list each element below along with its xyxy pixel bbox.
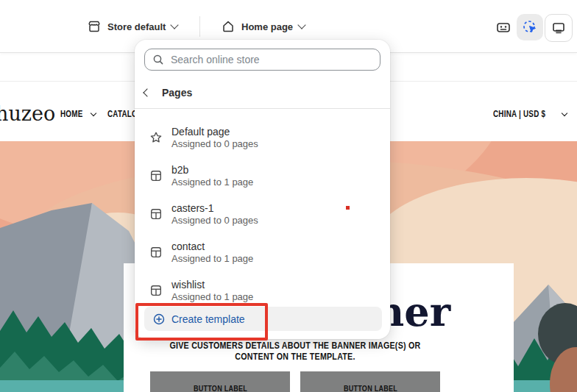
banner-button-2[interactable]: BUTTON LABEL (300, 371, 440, 392)
search-field[interactable] (144, 49, 380, 71)
chevron-down-icon (171, 21, 179, 29)
back-chevron-icon[interactable] (143, 88, 151, 96)
theme-editor-screen: huzeo HOME CATALOG CHINA | USD $ (0, 0, 577, 392)
mobile-preview-button[interactable] (573, 14, 577, 40)
desktop-preview-icon (551, 20, 567, 36)
chevron-down-icon (91, 110, 96, 116)
circle-plus-icon (152, 313, 166, 326)
popover-divider (135, 108, 390, 109)
inspect-element-button[interactable] (517, 14, 543, 40)
template-icon (149, 246, 163, 259)
page-selector-label: Home page (241, 21, 293, 32)
inspect-icon (522, 19, 538, 35)
toolbar-divider (199, 16, 200, 37)
page-selector-button[interactable]: Home page (216, 15, 309, 38)
locale-label: CHINA | USD $ (493, 109, 545, 119)
template-item-wishlist[interactable]: wishlist Assigned to 1 page (141, 274, 384, 307)
chevron-down-icon (562, 110, 567, 116)
click-indicator-dot (346, 206, 350, 210)
locale-selector[interactable]: CHINA | USD $ (493, 109, 567, 119)
create-template-button[interactable]: Create template (144, 307, 382, 331)
template-item-b2b[interactable]: b2b Assigned to 1 page (141, 159, 384, 193)
search-icon (152, 54, 164, 65)
star-icon (149, 131, 163, 144)
template-item-casters-1[interactable]: casters-1 Assigned to 0 pages (141, 197, 384, 231)
desktop-preview-button[interactable] (545, 14, 573, 42)
template-icon (149, 207, 163, 221)
template-icon (149, 169, 163, 182)
template-item-default-page[interactable]: Default page Assigned to 0 pages (141, 121, 384, 154)
storefront-icon (87, 19, 102, 34)
chevron-down-icon (297, 21, 305, 29)
create-template-label: Create template (171, 313, 245, 325)
store-logo[interactable]: huzeo (0, 102, 55, 125)
store-selector-label: Store default (107, 21, 166, 32)
popover-title: Pages (162, 87, 192, 99)
nav-home-label: HOME (60, 109, 83, 119)
home-icon (221, 19, 236, 34)
template-item-contact[interactable]: contact Assigned to 1 page (141, 235, 384, 269)
keyboard-shortcuts-button[interactable] (490, 14, 517, 40)
search-input[interactable] (169, 53, 380, 66)
pages-template-popover: Pages Default page Assigned to 0 pages b… (135, 40, 390, 339)
store-selector-button[interactable]: Store default (82, 15, 182, 38)
keyboard-icon (495, 19, 511, 35)
banner-button-1[interactable]: BUTTON LABEL (150, 371, 290, 392)
template-icon (149, 284, 163, 297)
banner-subheading: GIVE CUSTOMERS DETAILS ABOUT THE BANNER … (124, 340, 467, 362)
nav-item-home[interactable]: HOME (60, 109, 96, 119)
